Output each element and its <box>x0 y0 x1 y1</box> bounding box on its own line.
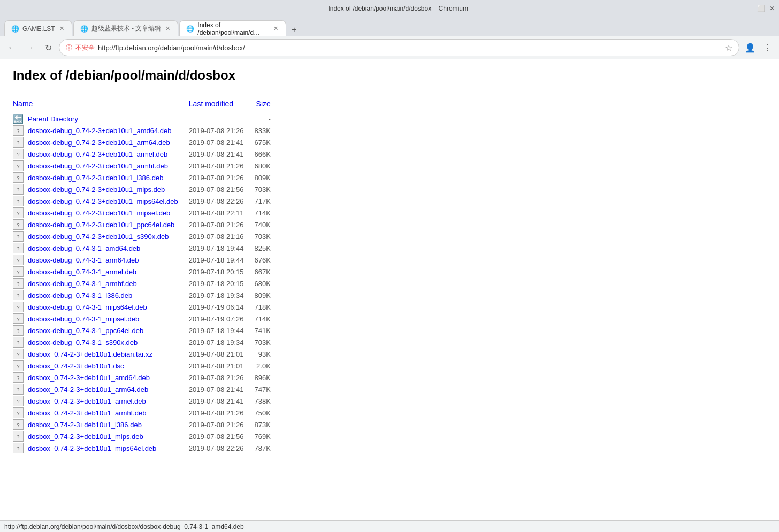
name-sort-link[interactable]: Name <box>13 99 33 108</box>
file-icon-cell: ? <box>13 289 28 301</box>
file-date-cell: 2019-07-18 19:34 <box>189 336 255 348</box>
file-type-icon: ? <box>13 313 24 324</box>
file-link[interactable]: dosbox-debug_0.74-2-3+deb10u1_armel.deb <box>28 150 167 158</box>
file-link[interactable]: dosbox-debug_0.74-3-1_s390x.deb <box>28 338 138 346</box>
file-type-icon: ? <box>13 360 24 371</box>
file-size-cell: 703K <box>254 230 281 242</box>
bookmark-icon[interactable]: ☆ <box>725 43 732 53</box>
file-link[interactable]: dosbox-debug_0.74-3-1_ppc64el.deb <box>28 327 143 335</box>
tab-2-icon: 🌐 <box>80 25 88 33</box>
file-link[interactable]: dosbox_0.74-2-3+deb10u1.debian.tar.xz <box>28 350 152 358</box>
file-link[interactable]: dosbox_0.74-2-3+deb10u1_armel.deb <box>28 397 146 405</box>
address-input[interactable] <box>98 44 722 52</box>
file-icon-cell: ? <box>13 242 28 254</box>
file-date-cell: 2019-07-08 22:26 <box>189 442 255 454</box>
file-link[interactable]: dosbox-debug_0.74-3-1_mipsel.deb <box>28 315 139 323</box>
file-link[interactable]: dosbox_0.74-2-3+deb10u1_arm64.deb <box>28 385 148 394</box>
file-link[interactable]: dosbox_0.74-2-3+deb10u1_armhf.deb <box>28 409 147 417</box>
file-link[interactable]: dosbox-debug_0.74-3-1_i386.deb <box>28 291 132 299</box>
file-link[interactable]: dosbox-debug_0.74-2-3+deb10u1_armhf.deb <box>28 162 168 170</box>
table-row: ?dosbox-debug_0.74-2-3+deb10u1_i386.deb2… <box>13 172 281 183</box>
file-link[interactable]: dosbox_0.74-2-3+deb10u1_i386.deb <box>28 421 142 429</box>
file-icon-cell: ? <box>13 360 28 372</box>
file-icon-cell: ? <box>13 172 28 183</box>
file-icon-cell: ? <box>13 183 28 195</box>
new-tab-button[interactable]: + <box>287 24 301 36</box>
file-date-cell: 2019-07-08 22:26 <box>189 195 255 207</box>
file-size-cell: 675K <box>254 136 281 148</box>
file-size-cell: 825K <box>254 242 281 254</box>
file-name-cell: dosbox_0.74-2-3+deb10u1_arm64.deb <box>28 383 189 395</box>
file-icon-cell: ? <box>13 407 28 419</box>
file-link[interactable]: dosbox-debug_0.74-3-1_armel.deb <box>28 268 136 276</box>
file-size-cell: 703K <box>254 336 281 348</box>
tab-2-close[interactable]: ✕ <box>164 25 171 32</box>
user-menu-button[interactable]: 👤 <box>743 40 758 55</box>
file-type-icon: ? <box>13 372 24 383</box>
table-row: ?dosbox-debug_0.74-2-3+deb10u1_s390x.deb… <box>13 230 281 242</box>
parent-dir-link[interactable]: Parent Directory <box>28 115 78 123</box>
tab-1[interactable]: 🌐 GAME.LST ✕ <box>4 20 72 36</box>
file-name-cell: dosbox-debug_0.74-3-1_mips64el.deb <box>28 301 189 313</box>
tab-2[interactable]: 🌐 超级蓝果技术 - 文章编辑 ✕ <box>73 20 179 36</box>
table-row: ?dosbox-debug_0.74-2-3+deb10u1_armel.deb… <box>13 148 281 160</box>
file-name-cell: dosbox-debug_0.74-2-3+deb10u1_mipsel.deb <box>28 207 189 219</box>
file-type-icon: ? <box>13 243 24 253</box>
file-link[interactable]: dosbox-debug_0.74-2-3+deb10u1_mips64el.d… <box>28 197 178 205</box>
table-header-row: Name Last modified Size <box>13 98 281 109</box>
close-button[interactable]: ✕ <box>769 5 775 12</box>
file-type-icon: ? <box>13 302 24 312</box>
last-modified-sort-link[interactable]: Last modified <box>189 99 233 108</box>
table-row: ?dosbox-debug_0.74-3-1_s390x.deb2019-07-… <box>13 336 281 348</box>
file-link[interactable]: dosbox-debug_0.74-3-1_mips64el.deb <box>28 303 147 311</box>
file-icon-cell: ? <box>13 136 28 148</box>
refresh-button[interactable]: ↻ <box>41 40 56 55</box>
size-column-header: Size <box>254 98 281 109</box>
file-icon-cell: ? <box>13 325 28 336</box>
file-icon-cell: ? <box>13 207 28 219</box>
file-link[interactable]: dosbox-debug_0.74-2-3+deb10u1_amd64.deb <box>28 127 172 135</box>
tab-3[interactable]: 🌐 Index of /debian/pool/main/d… ✕ <box>179 20 286 36</box>
last-modified-column-header: Last modified <box>189 98 255 109</box>
minimize-button[interactable]: – <box>749 5 753 12</box>
file-link[interactable]: dosbox_0.74-2-3+deb10u1.dsc <box>28 362 124 370</box>
table-row: ?dosbox-debug_0.74-2-3+deb10u1_mips64el.… <box>13 195 281 207</box>
file-link[interactable]: dosbox-debug_0.74-2-3+deb10u1_mipsel.deb <box>28 209 170 217</box>
file-link[interactable]: dosbox-debug_0.74-2-3+deb10u1_ppc64el.de… <box>28 221 174 229</box>
file-link[interactable]: dosbox-debug_0.74-3-1_arm64.deb <box>28 256 139 264</box>
more-menu-button[interactable]: ⋮ <box>760 40 775 55</box>
table-row: ?dosbox_0.74-2-3+deb10u1_i386.deb2019-07… <box>13 419 281 430</box>
file-link[interactable]: dosbox_0.74-2-3+deb10u1_mips64el.deb <box>28 444 156 452</box>
file-icon-cell: ? <box>13 277 28 289</box>
tab-1-label: GAME.LST <box>22 25 55 33</box>
file-link[interactable]: dosbox_0.74-2-3+deb10u1_mips.deb <box>28 433 143 441</box>
file-type-icon: ? <box>13 219 24 230</box>
file-size-cell: 787K <box>254 442 281 454</box>
file-name-cell: dosbox-debug_0.74-3-1_s390x.deb <box>28 336 189 348</box>
file-link[interactable]: dosbox-debug_0.74-2-3+deb10u1_mips.deb <box>28 186 165 194</box>
size-sort-link[interactable]: Size <box>256 99 271 108</box>
file-link[interactable]: dosbox-debug_0.74-3-1_armhf.deb <box>28 280 137 288</box>
file-name-cell: dosbox-debug_0.74-2-3+deb10u1_armhf.deb <box>28 160 189 172</box>
tab-1-close[interactable]: ✕ <box>58 25 65 32</box>
file-link[interactable]: dosbox-debug_0.74-3-1_amd64.deb <box>28 244 140 252</box>
file-date-cell: 2019-07-08 21:26 <box>189 372 255 383</box>
forward-button[interactable]: → <box>22 40 37 55</box>
file-listing-table: Name Last modified Size 🔙 Parent Directo <box>13 98 281 454</box>
file-size-cell: 676K <box>254 254 281 266</box>
file-link[interactable]: dosbox_0.74-2-3+deb10u1_amd64.deb <box>28 374 150 382</box>
tab-1-icon: 🌐 <box>11 25 19 33</box>
file-date-cell: 2019-07-18 19:44 <box>189 254 255 266</box>
file-size-cell: 703K <box>254 183 281 195</box>
file-link[interactable]: dosbox-debug_0.74-2-3+deb10u1_s390x.deb <box>28 233 169 241</box>
maximize-button[interactable]: ⬜ <box>757 5 765 12</box>
tab-3-close[interactable]: ✕ <box>272 25 279 32</box>
window-controls[interactable]: – ⬜ ✕ <box>749 5 775 12</box>
file-type-icon: ? <box>13 349 24 359</box>
back-button[interactable]: ← <box>4 40 19 55</box>
file-name-cell: dosbox_0.74-2-3+deb10u1_armhf.deb <box>28 407 189 419</box>
file-link[interactable]: dosbox-debug_0.74-2-3+deb10u1_arm64.deb <box>28 138 170 147</box>
file-link[interactable]: dosbox-debug_0.74-2-3+deb10u1_i386.deb <box>28 174 163 182</box>
file-type-icon: ? <box>13 184 24 195</box>
file-name-cell: dosbox_0.74-2-3+deb10u1_armel.deb <box>28 395 189 407</box>
